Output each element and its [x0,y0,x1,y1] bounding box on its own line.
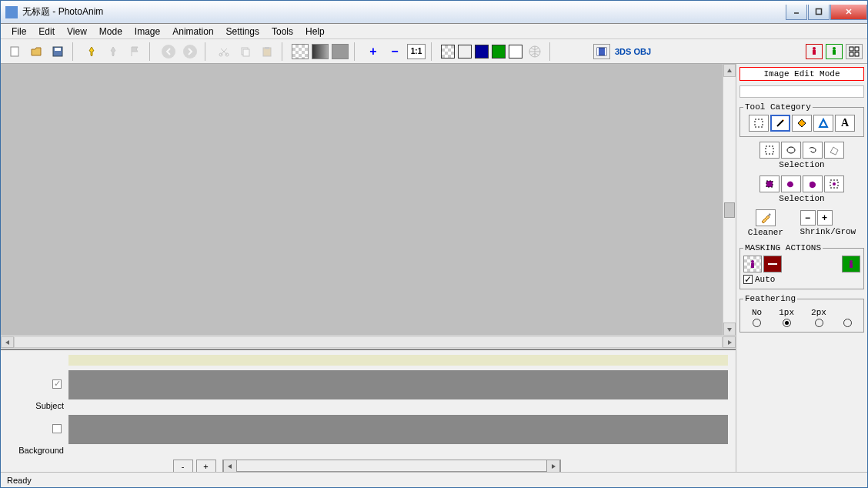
menu-file[interactable]: File [5,25,32,38]
feather-no-radio[interactable] [753,319,761,327]
swatch-black[interactable] [458,45,472,58]
fill-select-tool[interactable] [760,175,780,192]
tool-category-group: Tool Category A [739,102,864,137]
svg-rect-25 [850,52,853,56]
film-icon[interactable] [593,44,610,59]
background-label: Background [8,446,68,455]
gray-swatch[interactable] [332,44,349,59]
pin-yellow-button[interactable] [82,42,101,61]
background-visible-checkbox[interactable] [52,424,62,433]
zoom-ratio-button[interactable]: 1:1 [407,44,426,59]
svg-point-21 [833,47,836,50]
3ds-obj-button[interactable]: 3DS OBJ [615,47,651,56]
save-button[interactable] [48,42,67,61]
figure-red-icon[interactable] [806,44,823,59]
shrink-grow-label: Shrink/Grow [800,227,856,236]
menu-tools[interactable]: Tools [265,25,299,38]
auto-checkbox[interactable]: ✓ [743,275,753,284]
info-box [739,85,864,98]
svg-rect-22 [833,50,836,55]
feather-2px-radio-b[interactable] [843,319,852,327]
menu-image[interactable]: Image [129,25,166,38]
svg-point-33 [751,260,754,263]
canvas[interactable] [1,64,723,336]
gradient-button[interactable] [312,44,329,59]
svg-point-19 [813,47,816,50]
status-text: Ready [7,476,32,485]
lasso-tool[interactable] [803,142,823,159]
menu-help[interactable]: Help [299,25,331,38]
svg-rect-1 [816,9,822,15]
fill-tool[interactable] [792,115,812,132]
image-edit-mode-button[interactable]: Image Edit Mode [739,67,864,81]
copy-button[interactable] [236,42,255,61]
pin-gray-button[interactable] [104,42,122,61]
zoom-out-button[interactable]: − [386,42,404,61]
svg-rect-17 [597,48,599,55]
zoom-in-button[interactable]: + [364,42,382,61]
swatch-white[interactable] [509,45,522,58]
back-button[interactable] [159,42,178,61]
menubar: File Edit View Mode Image Animation Sett… [1,24,867,39]
svg-rect-23 [850,47,853,51]
horizontal-scrollbar[interactable] [1,336,736,349]
svg-point-29 [787,147,795,153]
subject-label: Subject [8,401,68,410]
timeline-plus-button[interactable]: + [196,460,216,472]
subject-visible-checkbox[interactable]: ✓ [52,379,62,389]
figure-green-icon[interactable] [826,44,843,59]
text-tool[interactable]: A [835,115,855,132]
dashed-blob-tool[interactable] [824,175,844,192]
feather-2px-radio-a[interactable] [815,319,823,327]
new-button[interactable] [5,42,24,61]
shape-tool[interactable] [813,115,833,132]
menu-view[interactable]: View [61,25,93,38]
checker-a-button[interactable] [292,44,309,59]
magic-wand-tool[interactable] [770,115,790,132]
menu-settings[interactable]: Settings [220,25,265,38]
menu-mode[interactable]: Mode [93,25,129,38]
select-tool[interactable] [749,115,769,132]
subject-track[interactable] [68,370,728,399]
mask-green-button[interactable] [842,256,860,272]
grid-view-icon[interactable] [846,44,863,59]
svg-rect-27 [755,119,763,127]
timeline-ruler[interactable] [68,355,728,366]
grow-button[interactable]: + [817,210,833,226]
vertical-scrollbar[interactable] [723,64,736,336]
swatch-transparent[interactable] [441,45,455,58]
mask-checker-button[interactable] [743,256,762,272]
free-blob-tool[interactable] [803,175,823,192]
maximize-button[interactable] [808,5,830,20]
poly-select-tool[interactable] [824,142,844,159]
swatch-green[interactable] [492,45,506,58]
paste-button[interactable] [258,42,276,61]
blob-select-tool[interactable] [781,175,801,192]
globe-button[interactable] [526,42,544,61]
svg-rect-24 [855,47,859,51]
menu-animation[interactable]: Animation [166,25,219,38]
auto-label: Auto [755,275,775,284]
cleaner-tool[interactable] [756,209,776,226]
forward-button[interactable] [181,42,199,61]
masking-actions-group: MASKING ACTIONS ✓ Auto [739,243,864,289]
toolbar: + − 1:1 3DS OBJ [1,39,867,64]
background-track[interactable] [68,415,728,444]
shrink-button[interactable]: − [800,210,816,226]
rect-select-tool[interactable] [760,142,780,159]
flag-button[interactable] [125,42,144,61]
svg-rect-18 [605,48,606,55]
cut-button[interactable] [215,42,233,61]
mask-solid-button[interactable] [763,256,782,272]
minimize-button[interactable] [786,5,807,20]
ellipse-select-tool[interactable] [781,142,801,159]
open-button[interactable] [27,42,45,61]
timeline-slider[interactable] [222,460,561,472]
svg-point-32 [833,182,836,186]
feather-1px-radio[interactable] [783,319,791,327]
menu-edit[interactable]: Edit [32,25,61,38]
swatch-blue[interactable] [475,45,489,58]
titlebar: 无标题 - PhotoAnim [1,1,867,24]
timeline-minus-button[interactable]: - [173,460,193,472]
close-button[interactable] [830,5,867,20]
